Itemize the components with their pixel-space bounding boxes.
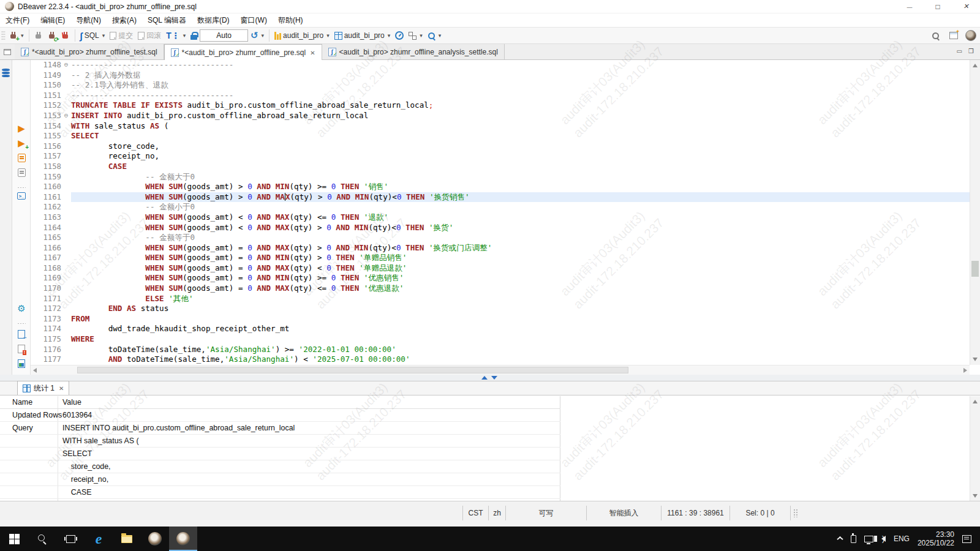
search-menu-button[interactable] <box>425 28 444 43</box>
code-line[interactable]: 1156 store_code, <box>31 141 980 152</box>
statistics-tab[interactable]: 统计 1 <box>17 381 69 395</box>
stats-row[interactable]: Updated Rows6013964 <box>0 409 560 422</box>
explain-plan-icon[interactable] <box>17 168 26 178</box>
network-tray-icon[interactable] <box>864 536 873 542</box>
restore-panel-icon[interactable] <box>4 49 11 55</box>
dashboard-button[interactable] <box>393 28 406 43</box>
stats-row[interactable]: CASE <box>0 486 560 499</box>
code-line[interactable]: 1157 receipt_no, <box>31 151 980 162</box>
code-line[interactable]: 1149-- 2 插入海外数据 <box>31 70 980 81</box>
menu-item[interactable]: 帮助(H) <box>273 14 309 27</box>
code-line[interactable]: 1173FROM <box>31 314 980 324</box>
code-line[interactable]: 1151----------------------------------- <box>31 91 980 101</box>
minimize-button[interactable] <box>895 0 924 13</box>
code-line[interactable]: 1164 WHEN SUM(goods_amt) < 0 AND MAX(qty… <box>31 223 980 233</box>
scroll-up-arrow[interactable] <box>973 64 978 67</box>
stats-scroll-up[interactable] <box>973 400 978 403</box>
commit-button[interactable]: 提交 <box>107 28 135 43</box>
code-line[interactable]: 1175WHERE <box>31 334 980 345</box>
task-view-button[interactable] <box>56 527 85 551</box>
file-explorer-button[interactable] <box>113 527 141 551</box>
start-button[interactable] <box>0 527 28 551</box>
menu-item[interactable]: 编辑(E) <box>35 14 70 27</box>
execute-script-icon[interactable] <box>17 153 26 163</box>
code-line[interactable]: 1172 END AS status <box>31 304 980 314</box>
scroll-right-arrow[interactable] <box>963 368 967 373</box>
maximize-view-icon[interactable] <box>968 47 974 55</box>
reconnect-button[interactable]: ⟳ <box>45 28 59 43</box>
code-line[interactable]: 1177 AND toDateTime(sale_time,'Asia/Shan… <box>31 354 980 365</box>
execute-new-tab-icon[interactable]: + <box>17 138 26 148</box>
schema-selector[interactable]: audit_bi_pro <box>332 28 393 43</box>
close-button[interactable] <box>952 0 980 13</box>
menu-item[interactable]: 搜索(A) <box>107 14 142 27</box>
output-grid-icon[interactable] <box>17 359 26 369</box>
code-line[interactable]: 1150-- 2.1导入海外销售、退款 <box>31 80 980 91</box>
commit-mode-select[interactable]: Auto <box>200 29 248 42</box>
editor-vertical-scrollbar[interactable] <box>970 60 980 365</box>
stats-row[interactable]: store_code, <box>0 460 560 473</box>
menu-item[interactable]: 窗口(W) <box>235 14 273 27</box>
disconnect-button[interactable]: \ <box>59 28 72 43</box>
menu-item[interactable]: 数据库(D) <box>192 14 235 27</box>
transaction-log-button[interactable]: T⋮ <box>164 28 188 43</box>
stats-row[interactable]: WITH sale_status AS ( <box>0 435 560 448</box>
stats-scroll-down[interactable] <box>973 494 978 498</box>
query-history-button[interactable]: ↺ <box>248 28 266 43</box>
code-line[interactable]: 1152TRUNCATE TABLE IF EXISTS audit_bi_pr… <box>31 100 980 111</box>
panel-sash[interactable] <box>0 375 980 381</box>
tray-expand-icon[interactable] <box>837 536 843 542</box>
scroll-down-arrow[interactable] <box>973 358 978 361</box>
export-result-icon[interactable] <box>17 329 26 339</box>
code-line[interactable]: 1161 WHEN SUM(goods_amt) > 0 AND MAX(qty… <box>31 192 980 203</box>
statistics-tab-close-icon[interactable] <box>58 384 64 392</box>
code-line[interactable]: 1148----------------------------------- <box>31 60 980 70</box>
hscroll-thumb[interactable] <box>77 367 628 373</box>
code-line[interactable]: 1159 -- 金额大于0 <box>31 172 980 182</box>
tab-close-icon[interactable] <box>309 48 315 57</box>
database-navigator-icon[interactable] <box>2 69 10 77</box>
code-line[interactable]: 1162 -- 金额小于0 <box>31 202 980 212</box>
stats-row[interactable]: SELECT <box>0 448 560 460</box>
minimize-view-icon[interactable] <box>957 47 962 55</box>
statistics-scrollbar[interactable] <box>970 396 980 501</box>
sql-editor-button[interactable]: ∫ SQL <box>78 28 108 43</box>
execute-statement-icon[interactable] <box>17 124 26 133</box>
code-line[interactable]: 1169 WHEN SUM(goods_amt) = 0 AND MIN(qty… <box>31 273 980 283</box>
menu-item[interactable]: 文件(F) <box>0 14 35 27</box>
action-center-icon[interactable] <box>962 535 971 543</box>
scroll-thumb[interactable] <box>971 261 979 277</box>
code-line[interactable]: 1153INSERT INTO audit_bi_pro.custom_offl… <box>31 111 980 121</box>
ie-button[interactable]: e <box>85 527 113 551</box>
code-line[interactable]: 1176 toDateTime(sale_time,'Asia/Shanghai… <box>31 345 980 355</box>
autocommit-lock-button[interactable] <box>188 28 200 43</box>
connection-selector[interactable]: audit_bi_pro <box>272 28 332 43</box>
code-line[interactable]: 1167 WHEN SUM(goods_amt) = 0 AND MIN(qty… <box>31 253 980 263</box>
code-line[interactable]: 1163 WHEN SUM(goods_amt) < 0 AND MAX(qty… <box>31 212 980 223</box>
code-line[interactable]: 1154WITH sale_status AS ( <box>31 121 980 132</box>
maximize-button[interactable] <box>924 0 952 13</box>
stats-row[interactable]: QueryINSERT INTO audit_bi_pro.custom_off… <box>0 422 560 435</box>
editor-tab[interactable]: ∫*<audit_bi_pro> zhumr_offline_pre.sql <box>164 44 322 60</box>
fold-marker-icon[interactable] <box>61 111 71 121</box>
code-line[interactable]: 1166 WHEN SUM(goods_amt) = 0 AND MAX(qty… <box>31 243 980 253</box>
editor-tab[interactable]: ∫*<audit_bi_pro> zhumr_offline_test.sql <box>15 44 164 59</box>
dbeaver-taskbar-button-active[interactable] <box>169 527 197 551</box>
code-line[interactable]: 1165 -- 金额等于0 <box>31 233 980 243</box>
menu-item[interactable]: 导航(N) <box>70 14 107 27</box>
code-line[interactable]: 1155SELECT <box>31 131 980 141</box>
editor-horizontal-scrollbar[interactable] <box>31 365 970 375</box>
scroll-left-arrow[interactable] <box>33 368 37 373</box>
sash-down-icon[interactable] <box>491 376 497 380</box>
dbeaver-taskbar-button[interactable] <box>141 527 169 551</box>
error-log-icon[interactable] <box>17 344 26 354</box>
taskbar-clock[interactable]: 23:30 2025/10/22 <box>918 530 954 547</box>
taskbar-search-button[interactable] <box>28 527 56 551</box>
usb-tray-icon[interactable] <box>851 535 856 543</box>
editor-tab[interactable]: ∫<audit_bi_pro> zhumr_offline_analysis_s… <box>322 44 505 59</box>
stats-col-value[interactable]: Value <box>58 396 560 408</box>
open-console-icon[interactable]: >_ <box>17 191 26 201</box>
input-language-indicator[interactable]: ENG <box>894 534 910 543</box>
stats-row[interactable]: receipt_no, <box>0 473 560 486</box>
rollback-button[interactable]: 回滚 <box>135 28 164 43</box>
